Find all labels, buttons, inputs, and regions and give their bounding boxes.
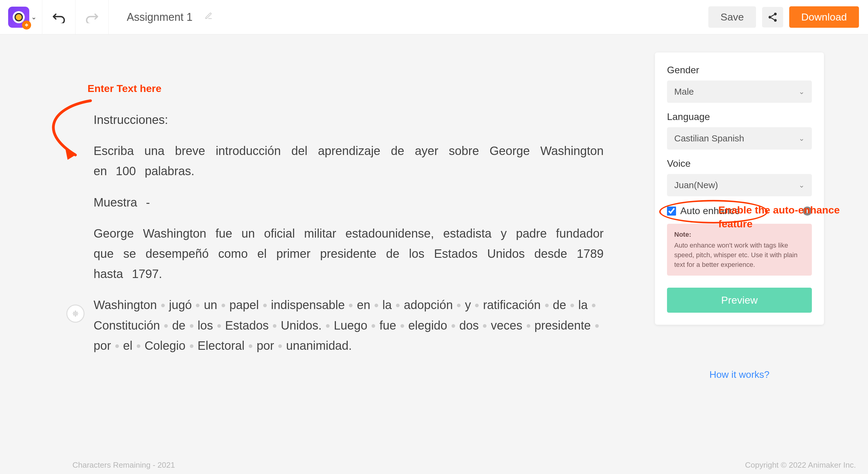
gender-select[interactable]: Male ⌄ — [667, 80, 812, 103]
edit-name-icon[interactable] — [205, 12, 213, 22]
note-body: Auto enhance won't work with tags like s… — [674, 241, 797, 268]
logo-dropdown[interactable]: ⌄ — [0, 0, 42, 34]
voice-label: Voice — [667, 158, 812, 169]
preview-button[interactable]: Preview — [667, 287, 812, 313]
auto-enhance-checkbox[interactable] — [667, 207, 676, 215]
redo-button[interactable] — [75, 0, 108, 34]
svg-point-0 — [774, 13, 777, 15]
download-button[interactable]: Download — [789, 6, 859, 28]
project-name[interactable]: Assignment 1 — [108, 8, 230, 27]
chars-remaining: Characters Remaining - 2021 — [72, 461, 175, 470]
editor-p4: Washingtonjugóunpapelindispensableenlaad… — [94, 295, 603, 356]
language-value: Castilian Spanish — [674, 133, 744, 143]
save-button[interactable]: Save — [708, 6, 756, 28]
chevron-down-icon: ⌄ — [799, 88, 805, 96]
top-bar: ⌄ Assignment 1 Save Download — [0, 0, 868, 34]
annotation-enable-feature: Enable the auto-enhance feature — [718, 203, 857, 231]
language-select[interactable]: Castilian Spanish ⌄ — [667, 127, 812, 149]
voice-select[interactable]: Juan(New) ⌄ — [667, 174, 812, 196]
language-label: Language — [667, 111, 812, 123]
chevron-down-icon: ⌄ — [799, 134, 805, 143]
how-it-works-wrap: How it works? — [655, 369, 824, 380]
annotation-enter-text: Enter Text here — [88, 82, 161, 94]
audio-marker-icon[interactable] — [66, 305, 85, 323]
share-button[interactable] — [762, 7, 783, 28]
chevron-down-icon: ⌄ — [799, 181, 805, 189]
text-editor[interactable]: Instrucciones: Escriba una breve introdu… — [66, 53, 603, 356]
svg-point-1 — [768, 16, 771, 19]
chevron-down-icon[interactable]: ⌄ — [31, 13, 36, 21]
settings-panel: Gender Male ⌄ Language Castilian Spanish… — [655, 53, 824, 325]
footer: Characters Remaining - 2021 Copyright © … — [0, 456, 868, 474]
main-area: Enter Text here Instrucciones: Escriba u… — [0, 34, 868, 367]
sound-badge-icon — [22, 21, 31, 30]
how-it-works-link[interactable]: How it works? — [709, 369, 769, 380]
editor-p3: George Washington fue un oficial militar… — [94, 224, 603, 284]
editor-heading: Instrucciones: — [94, 110, 603, 130]
voice-value: Juan(New) — [674, 180, 718, 190]
copyright: Copyright © 2022 Animaker Inc. — [745, 461, 856, 470]
note-title: Note: — [674, 230, 805, 239]
editor-p2: Muestra - — [94, 192, 603, 212]
note-box: Note: Auto enhance won't work with tags … — [667, 224, 812, 276]
gender-label: Gender — [667, 65, 812, 76]
app-logo — [8, 7, 29, 28]
editor-p1: Escriba una breve introducción del apren… — [94, 141, 603, 181]
svg-point-2 — [774, 19, 777, 22]
editor-column: Enter Text here Instrucciones: Escriba u… — [0, 53, 628, 367]
gender-value: Male — [674, 87, 694, 97]
project-name-text: Assignment 1 — [127, 11, 192, 24]
undo-button[interactable] — [42, 0, 75, 34]
